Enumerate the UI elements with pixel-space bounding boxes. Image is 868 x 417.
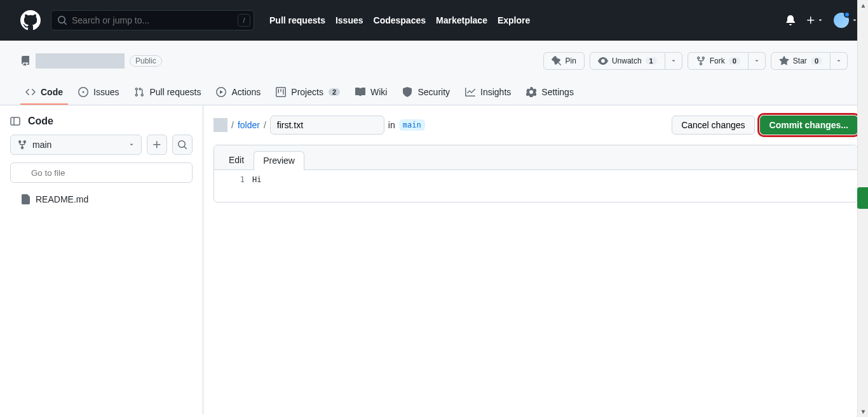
tab-projects[interactable]: Projects 2 <box>271 81 345 105</box>
scroll-down-arrow[interactable]: ▼ <box>858 406 868 417</box>
cancel-button[interactable]: Cancel changes <box>672 116 754 135</box>
projects-count: 2 <box>329 88 340 96</box>
notifications-icon[interactable] <box>785 15 796 25</box>
owner-avatar[interactable] <box>214 118 227 132</box>
editor-tab-edit[interactable]: Edit <box>219 150 254 169</box>
fork-dropdown[interactable] <box>749 52 766 70</box>
sidebar-title: Code <box>28 116 53 127</box>
scroll-indicator <box>857 187 868 209</box>
tab-actions[interactable]: Actions <box>211 81 266 105</box>
breadcrumb-folder[interactable]: folder <box>238 120 260 130</box>
user-menu[interactable] <box>834 13 858 28</box>
star-count: 0 <box>811 57 822 65</box>
github-logo[interactable] <box>20 10 41 30</box>
slash-key-hint: / <box>238 14 250 27</box>
filename-input[interactable] <box>270 116 384 135</box>
tab-issues[interactable]: Issues <box>73 81 124 105</box>
file-tree-item[interactable]: README.md <box>15 190 193 208</box>
tab-security[interactable]: Security <box>397 81 455 105</box>
repo-tabs: Code Issues Pull requests Actions Projec… <box>0 81 868 105</box>
editor-box: Edit Preview 1 Hi <box>214 145 858 202</box>
file-tree-sidebar: Code main README.md <box>0 105 203 414</box>
global-search: / <box>51 10 254 30</box>
star-button[interactable]: Star 0 <box>771 52 831 70</box>
fork-button[interactable]: Fork 0 <box>688 52 749 70</box>
fork-count: 0 <box>729 57 740 65</box>
branch-pill: main <box>399 119 425 131</box>
commit-button[interactable]: Commit changes... <box>760 116 858 135</box>
branch-selector[interactable]: main <box>10 135 142 155</box>
visibility-badge: Public <box>130 55 162 67</box>
global-nav: Pull requests Issues Codespaces Marketpl… <box>269 15 530 25</box>
tab-wiki[interactable]: Wiki <box>350 81 392 105</box>
file-filter-input[interactable] <box>10 162 193 183</box>
add-file-button[interactable] <box>147 135 167 155</box>
search-icon <box>57 15 67 25</box>
repo-header: Public Pin Unwatch 1 Fork 0 St <box>0 41 868 81</box>
watch-button[interactable]: Unwatch 1 <box>590 52 665 70</box>
tab-code[interactable]: Code <box>20 81 68 105</box>
breadcrumb: / folder / in main Cancel changes Commit… <box>214 116 858 135</box>
nav-issues[interactable]: Issues <box>336 15 363 25</box>
repo-name-redacted <box>36 53 125 69</box>
watch-dropdown[interactable] <box>665 52 682 70</box>
add-menu[interactable] <box>806 15 824 25</box>
nav-pull-requests[interactable]: Pull requests <box>269 15 325 25</box>
nav-marketplace[interactable]: Marketplace <box>436 15 487 25</box>
search-input[interactable] <box>51 10 254 30</box>
in-label: in <box>388 120 395 130</box>
nav-codespaces[interactable]: Codespaces <box>374 15 426 25</box>
editor-panel: / folder / in main Cancel changes Commit… <box>203 105 868 414</box>
global-header: / Pull requests Issues Codespaces Market… <box>0 0 868 41</box>
side-panel-icon[interactable] <box>10 116 20 126</box>
file-icon <box>20 194 31 204</box>
editor-tab-preview[interactable]: Preview <box>254 151 304 170</box>
avatar <box>834 13 849 28</box>
star-dropdown[interactable] <box>831 52 848 70</box>
search-files-button[interactable] <box>172 135 193 155</box>
editor-body[interactable]: 1 Hi <box>214 170 857 202</box>
tab-pull-requests[interactable]: Pull requests <box>129 81 206 105</box>
scroll-up-arrow[interactable]: ▲ <box>858 0 868 11</box>
tab-settings[interactable]: Settings <box>521 81 579 105</box>
pin-button[interactable]: Pin <box>543 52 585 70</box>
repo-icon <box>20 56 31 66</box>
nav-explore[interactable]: Explore <box>498 15 530 25</box>
line-number: 1 <box>214 170 252 202</box>
watch-count: 1 <box>646 57 657 65</box>
tab-insights[interactable]: Insights <box>460 81 516 105</box>
svg-rect-0 <box>11 117 20 125</box>
line-content: Hi <box>252 170 261 202</box>
browser-scrollbar[interactable]: ▲ ▼ <box>857 0 868 417</box>
